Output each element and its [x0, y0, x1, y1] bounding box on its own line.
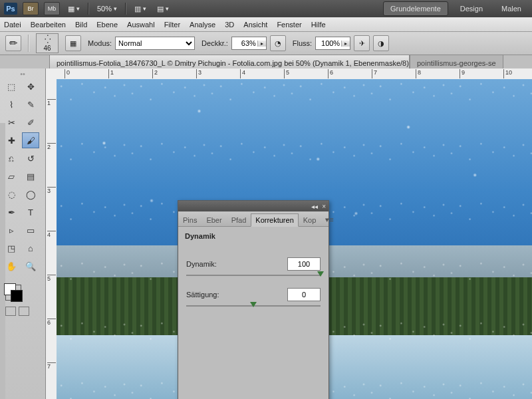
minibridge-icon[interactable]: Mb	[44, 2, 60, 15]
panel-tab-pfad[interactable]: Pfad	[227, 213, 251, 226]
app-titlebar: Ps Br Mb ▦ 50% ▥ ▤ Grundelemente Design …	[0, 0, 532, 17]
workspace-button-design[interactable]: Design	[454, 2, 489, 15]
tool-panel: •• ⬚ ✥ ⌇ ✎ ✂ ✐ ✚ 🖌 ⎌ ↺ ▱ ▤ ◌ ◯ ✒ T ▹ ▭ ◳…	[0, 68, 46, 399]
type-tool[interactable]: T	[22, 204, 39, 220]
collapse-icon[interactable]: ◂◂	[311, 203, 318, 210]
arrange-dropdown[interactable]: ▥	[132, 5, 149, 13]
panel-tab-kop[interactable]: Kop	[299, 213, 321, 226]
ruler-tick: 10	[503, 69, 512, 78]
ruler-tick: 7	[47, 362, 56, 370]
history-brush-tool[interactable]: ↺	[22, 150, 39, 166]
opacity-input[interactable]	[232, 39, 257, 47]
flow-label: Fluss:	[293, 39, 312, 47]
screen-mode-dropdown[interactable]: ▦	[65, 5, 82, 13]
shape-tool[interactable]: ▭	[22, 222, 39, 238]
flow-flyout-icon[interactable]: ▸	[341, 41, 350, 47]
panel-tab-eber[interactable]: Eber	[201, 213, 226, 226]
mode-label: Modus:	[88, 39, 112, 47]
extras-dropdown[interactable]: ▤	[154, 5, 172, 13]
menu-auswahl[interactable]: Auswahl	[127, 21, 155, 29]
options-bar: ✏ ⁛ 46 ▦ Modus: Normal Deckkr.: ▸ ◔ Flus…	[0, 32, 532, 55]
ruler-tick: 7	[372, 69, 377, 78]
menu-analyse[interactable]: Analyse	[190, 21, 215, 29]
opacity-flyout-icon[interactable]: ▸	[257, 41, 266, 47]
panel-dock-scroll[interactable]	[0, 123, 5, 399]
screenmode-icon[interactable]	[19, 307, 29, 316]
close-panel-icon[interactable]: ×	[322, 203, 326, 210]
menu-datei[interactable]: Datei	[4, 21, 21, 29]
menubar: Datei Bearbeiten Bild Ebene Auswahl Filt…	[0, 17, 532, 32]
vibrance-slider-thumb[interactable]	[317, 271, 324, 277]
menu-fenster[interactable]: Fenster	[277, 21, 301, 29]
ruler-tick: 5	[284, 69, 289, 78]
panel-grip-icon[interactable]: ••	[3, 71, 43, 76]
ruler-tick: 4	[240, 69, 245, 78]
ruler-tick: 2	[47, 143, 56, 150]
document-tab-title: pointillismus-Fotolia_18476730_L © Dmitr…	[57, 59, 410, 67]
panel-tab-pins[interactable]: Pins	[178, 213, 201, 226]
background-swatch[interactable]	[11, 290, 23, 302]
quick-select-tool[interactable]: ✎	[22, 96, 39, 112]
size-pressure-icon[interactable]: ◑	[373, 35, 389, 51]
document-tab-title-2: pointillismus-georges-se	[417, 59, 496, 67]
ruler-tick: 1	[108, 69, 114, 78]
ruler-tick: 3	[196, 69, 201, 78]
ruler-tick: 2	[152, 69, 158, 78]
saturation-slider-thumb[interactable]	[250, 302, 257, 307]
opacity-field[interactable]: ▸	[231, 37, 267, 50]
brush-tool[interactable]: 🖌	[22, 132, 39, 148]
saturation-slider-label: Sättigung:	[186, 291, 219, 299]
document-tab-inactive[interactable]: pointillismus-georges-se	[410, 55, 503, 70]
eyedropper-tool[interactable]: ✐	[22, 114, 39, 130]
workspace-button-grundelemente[interactable]: Grundelemente	[383, 1, 448, 16]
ruler-tick: 1	[47, 99, 56, 106]
brush-preset-picker[interactable]: ⁛ 46	[36, 33, 59, 53]
camera-tool[interactable]: ⌂	[22, 240, 39, 256]
ruler-tick: 3	[47, 187, 56, 194]
ruler-tick: 6	[47, 319, 56, 326]
ruler-corner	[46, 68, 57, 80]
ruler-tick: 9	[460, 69, 465, 78]
airbrush-icon[interactable]: ✈	[354, 35, 370, 51]
vibrance-value-input[interactable]	[287, 257, 321, 271]
dodge-tool[interactable]: ◯	[22, 186, 39, 202]
document-tab-active[interactable]: pointillismus-Fotolia_18476730_L © Dmitr…	[49, 55, 410, 70]
ruler-vertical[interactable]: 1 2 3 4 5 6 7 8	[46, 79, 57, 399]
vibrance-slider[interactable]	[186, 275, 321, 276]
opacity-pressure-icon[interactable]: ◔	[270, 35, 286, 51]
adjustment-title: Dynamik	[178, 227, 329, 245]
menu-ansicht[interactable]: Ansicht	[243, 21, 267, 29]
ruler-tick: 5	[47, 275, 56, 282]
brush-panel-toggle-icon[interactable]: ▦	[65, 35, 81, 51]
gradient-tool[interactable]: ▤	[22, 168, 39, 184]
move-tool[interactable]: ✥	[22, 78, 39, 94]
zoom-dropdown[interactable]: 50%	[94, 5, 120, 13]
panel-tabs: Pins Eber Pfad Korrekturen Kop ▾≡	[178, 211, 329, 227]
ruler-tick: 6	[328, 69, 333, 78]
saturation-value-input[interactable]	[287, 288, 321, 301]
menu-ebene[interactable]: Ebene	[96, 21, 118, 29]
zoom-tool[interactable]: 🔍	[22, 258, 39, 274]
menu-filter[interactable]: Filter	[164, 21, 180, 29]
workspace-button-malen[interactable]: Malen	[495, 2, 528, 15]
menu-bild[interactable]: Bild	[75, 21, 87, 29]
panel-tab-korrekturen[interactable]: Korrekturen	[251, 213, 298, 227]
marquee-tool[interactable]: ⬚	[3, 78, 20, 94]
brush-size-label: 46	[43, 45, 51, 52]
menu-bearbeiten[interactable]: Bearbeiten	[31, 21, 66, 29]
color-swatches[interactable]	[5, 285, 21, 301]
saturation-slider[interactable]	[186, 305, 321, 307]
lasso-tool[interactable]: ⌇	[3, 96, 20, 112]
panel-menu-icon[interactable]: ▾≡	[321, 213, 338, 226]
panel-header[interactable]: ◂◂ ×	[178, 201, 329, 211]
ruler-horizontal[interactable]: 0 1 2 3 4 5 6 7 8 9 10 11	[57, 68, 532, 80]
blend-mode-select[interactable]: Normal	[115, 37, 195, 50]
quickmask-icon[interactable]	[5, 307, 16, 316]
bridge-icon[interactable]: Br	[23, 2, 39, 15]
menu-hilfe[interactable]: Hilfe	[311, 21, 326, 29]
menu-3d[interactable]: 3D	[225, 21, 234, 29]
adjustments-panel: ◂◂ × Pins Eber Pfad Korrekturen Kop ▾≡ D…	[178, 200, 329, 399]
tool-preset-icon[interactable]: ✏	[5, 35, 21, 51]
flow-input[interactable]	[316, 39, 341, 47]
flow-field[interactable]: ▸	[315, 37, 350, 50]
